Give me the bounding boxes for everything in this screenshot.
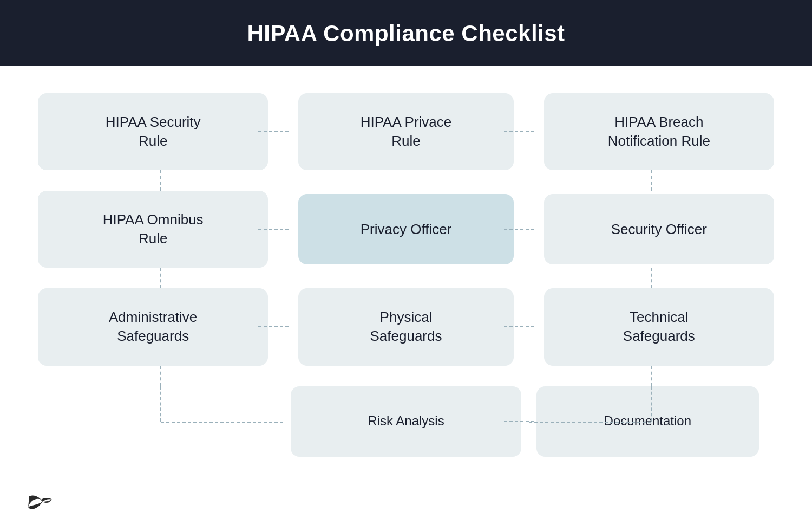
vcell-r2-3 bbox=[529, 268, 774, 288]
cell-security-officer: Security Officer bbox=[529, 191, 774, 268]
row-4: Risk Analysis Documentation bbox=[38, 386, 774, 457]
vcell-r3-2 bbox=[283, 366, 528, 386]
h-connector-3-12 bbox=[258, 326, 289, 327]
cell-technical-safeguards: Technical Safeguards bbox=[529, 288, 774, 365]
card-technical-safeguards[interactable]: Technical Safeguards bbox=[544, 288, 774, 365]
card-label: Physical Safeguards bbox=[370, 308, 442, 346]
v-line-r2-col3 bbox=[651, 268, 652, 288]
gap-row-2 bbox=[38, 268, 774, 288]
bird-icon bbox=[26, 490, 54, 514]
v-line-col3 bbox=[651, 170, 652, 191]
card-label: Technical Safeguards bbox=[623, 308, 695, 346]
cell-physical-safeguards: Physical Safeguards bbox=[283, 288, 528, 365]
h-connector-2-12 bbox=[258, 229, 289, 230]
card-hipaa-privacy-rule[interactable]: HIPAA Privace Rule bbox=[298, 93, 513, 170]
gap-row-3 bbox=[38, 366, 774, 386]
cell-hipaa-privacy-rule: HIPAA Privace Rule bbox=[283, 93, 528, 170]
card-label: Security Officer bbox=[611, 220, 707, 239]
h-connector-1-12 bbox=[258, 131, 289, 132]
card-label: HIPAA Omnibus Rule bbox=[103, 210, 204, 248]
cell-hipaa-breach-rule: HIPAA Breach Notification Rule bbox=[529, 93, 774, 170]
card-label: HIPAA Privace Rule bbox=[361, 113, 452, 151]
card-label: HIPAA Security Rule bbox=[106, 113, 201, 151]
row-2: HIPAA Omnibus Rule Privacy Officer Secur… bbox=[38, 191, 774, 268]
v-line-last-col1 bbox=[160, 386, 161, 422]
h-line-last-col1-right bbox=[161, 422, 284, 423]
card-hipaa-security-rule[interactable]: HIPAA Security Rule bbox=[38, 93, 268, 170]
card-physical-safeguards[interactable]: Physical Safeguards bbox=[298, 288, 513, 365]
cell-admin-safeguards: Administrative Safeguards bbox=[38, 288, 283, 365]
cell-privacy-officer: Privacy Officer bbox=[283, 191, 528, 268]
vcell-3 bbox=[529, 170, 774, 191]
logo bbox=[26, 490, 54, 516]
page-title: HIPAA Compliance Checklist bbox=[247, 21, 565, 46]
card-label: Privacy Officer bbox=[361, 220, 452, 239]
v-line-r3-col3 bbox=[651, 366, 652, 386]
card-privacy-officer[interactable]: Privacy Officer bbox=[298, 194, 513, 264]
h-line-last-col3-left bbox=[529, 422, 652, 423]
v-line-col1 bbox=[160, 170, 161, 191]
row-3: Administrative Safeguards Physical Safeg… bbox=[38, 288, 774, 365]
h-connector-1-23 bbox=[504, 131, 534, 132]
vcell-r2-1 bbox=[38, 268, 283, 288]
cell-documentation: Documentation bbox=[529, 386, 774, 457]
card-label: Risk Analysis bbox=[368, 412, 444, 430]
vcell-1 bbox=[38, 170, 283, 191]
card-security-officer[interactable]: Security Officer bbox=[544, 194, 774, 264]
page-header: HIPAA Compliance Checklist bbox=[0, 0, 812, 66]
vcell-2 bbox=[283, 170, 528, 191]
card-hipaa-omnibus[interactable]: HIPAA Omnibus Rule bbox=[38, 191, 268, 268]
h-connector-2-23 bbox=[504, 229, 534, 230]
cell-hipaa-security-rule: HIPAA Security Rule bbox=[38, 93, 283, 170]
card-label: HIPAA Breach Notification Rule bbox=[608, 113, 710, 151]
cell-hipaa-omnibus: HIPAA Omnibus Rule bbox=[38, 191, 283, 268]
cell-last-left bbox=[38, 386, 283, 457]
v-line-r3-col1 bbox=[160, 366, 161, 386]
v-line-last-col3 bbox=[651, 386, 652, 422]
card-admin-safeguards[interactable]: Administrative Safeguards bbox=[38, 288, 268, 365]
h-connector-3-23 bbox=[504, 326, 534, 327]
v-line-r2-col1 bbox=[160, 268, 161, 288]
card-risk-analysis[interactable]: Risk Analysis bbox=[291, 386, 521, 457]
gap-row-1 bbox=[38, 170, 774, 191]
cell-risk-analysis: Risk Analysis bbox=[283, 386, 528, 457]
card-label: Administrative Safeguards bbox=[109, 308, 197, 346]
vcell-r3-3 bbox=[529, 366, 774, 386]
row-1: HIPAA Security Rule HIPAA Privace Rule H… bbox=[38, 93, 774, 170]
vcell-r2-2 bbox=[283, 268, 528, 288]
h-connector-last-23 bbox=[504, 421, 534, 422]
vcell-r3-1 bbox=[38, 366, 283, 386]
card-hipaa-breach-rule[interactable]: HIPAA Breach Notification Rule bbox=[544, 93, 774, 170]
